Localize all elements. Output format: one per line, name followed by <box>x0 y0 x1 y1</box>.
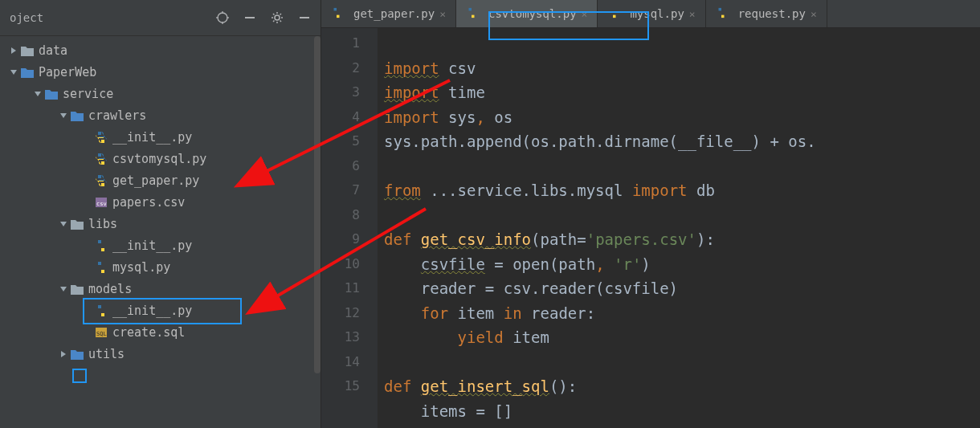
tree-item-paperweb[interactable]: PaperWeb <box>0 61 321 83</box>
tree-label: data <box>39 43 67 58</box>
line-number: 12 <box>321 301 378 326</box>
code-token: get_insert_sql <box>421 377 549 395</box>
python-file-icon <box>716 7 729 20</box>
chevron-down-icon <box>32 88 43 100</box>
tree-item-init2[interactable]: __init__.py <box>0 234 321 256</box>
line-number: 14 <box>321 350 378 375</box>
close-icon[interactable]: × <box>439 8 446 20</box>
line-number: 4 <box>321 105 378 130</box>
tab-label: get_paper.py <box>353 7 435 20</box>
tree-label: models <box>88 282 132 296</box>
tree-label: service <box>63 87 113 101</box>
line-number: 11 <box>321 276 378 301</box>
tree-label: crawlers <box>88 108 146 123</box>
svg-rect-5 <box>245 17 255 18</box>
folder-icon <box>71 218 84 230</box>
chevron-down-icon <box>58 283 69 295</box>
tree-item-libs[interactable]: libs <box>0 213 321 234</box>
code-token <box>384 279 421 297</box>
code-token: db <box>688 181 715 199</box>
editor-area: get_paper.py × csvtomysql.py × mysql.py … <box>321 0 980 428</box>
tree-item-paperscsv[interactable]: csv papers.csv <box>0 191 321 213</box>
folder-icon <box>21 44 34 57</box>
close-icon[interactable]: × <box>811 8 817 20</box>
python-file-icon <box>95 174 108 187</box>
tree-item-init1[interactable]: __init__.py <box>0 126 321 148</box>
code-token: get_csv_info <box>421 230 531 248</box>
code-token: = open(path <box>485 255 595 273</box>
tree-item-csvtomysql[interactable]: csvtomysql.py <box>0 148 321 169</box>
code-token <box>384 255 421 273</box>
line-number: 10 <box>321 252 378 277</box>
code-token: csvfile <box>421 255 485 273</box>
tree-label: __init__.py <box>112 304 192 318</box>
tab-get-paper[interactable]: get_paper.py × <box>321 0 456 27</box>
chevron-right-icon <box>8 45 19 56</box>
line-number: 13 <box>321 325 378 350</box>
code-editor[interactable]: 1 2 3 4 5 6 7 8 9 10 11 12 13 14 15 impo… <box>321 28 980 428</box>
code-token: import <box>384 59 439 77</box>
code-token <box>384 328 458 346</box>
code-token: reader = csv.reader(csvfile) <box>421 279 678 297</box>
close-icon[interactable]: × <box>582 8 588 20</box>
locate-icon[interactable] <box>216 11 229 24</box>
code-token: , <box>595 255 614 273</box>
line-number: 7 <box>321 178 378 203</box>
svg-line-12 <box>280 21 282 22</box>
tree-item-data[interactable]: data <box>0 39 321 61</box>
hide-icon[interactable] <box>298 11 311 24</box>
svg-marker-18 <box>35 92 41 96</box>
tree-item-utils[interactable]: utils <box>0 343 321 365</box>
code-token: import <box>384 108 439 126</box>
code-token: sys <box>439 108 476 126</box>
svg-marker-17 <box>10 70 17 75</box>
svg-line-14 <box>280 14 282 15</box>
svg-point-6 <box>275 15 280 20</box>
tree-label: __init__.py <box>112 130 192 145</box>
svg-marker-19 <box>60 113 67 118</box>
python-file-icon <box>607 7 620 20</box>
code-token: import <box>632 181 688 199</box>
tree-item-models[interactable]: models <box>0 278 321 300</box>
gear-icon[interactable] <box>271 11 284 24</box>
tree-item-getpaper[interactable]: get_paper.py <box>0 169 321 191</box>
chevron-down-icon <box>8 67 19 78</box>
code-token: ): <box>696 230 715 248</box>
scrollbar-thumb[interactable] <box>314 36 321 373</box>
tree-item-mysql[interactable]: mysql.py <box>0 256 321 278</box>
python-file-icon <box>466 7 479 20</box>
editor-tabs: get_paper.py × csvtomysql.py × mysql.py … <box>321 0 980 28</box>
code-token: for <box>421 304 458 322</box>
svg-point-0 <box>218 13 227 22</box>
close-icon[interactable]: × <box>689 8 696 20</box>
project-title: oject <box>10 11 43 24</box>
tree-item-service[interactable]: service <box>0 83 321 104</box>
code-token: item <box>458 304 504 322</box>
project-tree[interactable]: data PaperWeb service crawlers <box>0 36 321 428</box>
svg-line-11 <box>273 14 275 15</box>
tab-request[interactable]: request.py × <box>706 0 827 27</box>
python-file-icon <box>95 153 108 165</box>
chevron-right-icon <box>58 349 69 360</box>
code-token <box>384 402 421 420</box>
tree-item-init3[interactable]: __init__.py <box>0 300 321 321</box>
line-number: 5 <box>321 129 378 154</box>
collapse-all-icon[interactable] <box>243 11 256 24</box>
code-token: items = [] <box>421 402 512 420</box>
code-token: sys.path.append(os.path.dirname(__file__… <box>384 132 816 150</box>
code-token: 'r' <box>614 255 641 273</box>
tab-mysql[interactable]: mysql.py × <box>598 0 705 27</box>
tree-label: PaperWeb <box>39 65 96 79</box>
python-file-icon <box>331 7 344 20</box>
line-number: 6 <box>321 154 378 179</box>
tree-item-crawlers[interactable]: crawlers <box>0 104 321 126</box>
tree-label: get_paper.py <box>112 173 199 188</box>
code-token <box>384 304 421 322</box>
tree-label: csvtomysql.py <box>112 152 206 166</box>
code-token: ...service.libs.mysql <box>421 181 632 199</box>
tab-csvtomysql[interactable]: csvtomysql.py × <box>456 0 598 27</box>
tree-item-createsql[interactable]: SQL create.sql <box>0 321 321 343</box>
code-content[interactable]: import csv import time import sys, os sy… <box>378 28 980 428</box>
code-token: 'papers.csv' <box>586 230 696 248</box>
code-token: yield <box>458 328 513 346</box>
